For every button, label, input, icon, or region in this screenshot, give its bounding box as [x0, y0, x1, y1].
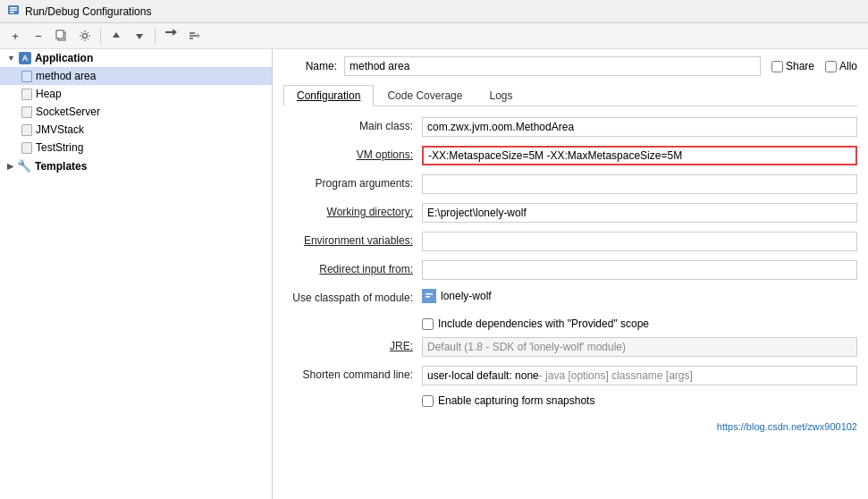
app-icon: A	[19, 52, 31, 64]
shorten-value: user-local default: none	[427, 369, 539, 382]
watermark-container: https://blog.csdn.net/zwx900102	[283, 414, 857, 432]
program-args-row: Program arguments:	[283, 174, 857, 196]
settings-button[interactable]	[75, 26, 95, 46]
wrench-icon: 🔧	[17, 159, 31, 173]
tree-group-templates[interactable]: ▶ 🔧 Templates	[0, 156, 272, 175]
program-args-input[interactable]	[422, 174, 857, 194]
file-gray-icon-jmv	[21, 124, 32, 136]
tree-item-method-area[interactable]: method area	[0, 67, 272, 85]
tabs: Configuration Code Coverage Logs	[283, 85, 857, 106]
allow-checkbox-label[interactable]: Allo	[825, 60, 857, 72]
separator-1	[100, 28, 101, 44]
working-dir-input[interactable]	[422, 203, 857, 223]
redirect-label: Redirect input from:	[274, 260, 413, 275]
add-button[interactable]: +	[5, 26, 25, 46]
toolbar: + −	[0, 23, 868, 49]
shorten-row: Shorten command line: user-local default…	[283, 366, 857, 387]
svg-marker-7	[113, 32, 120, 38]
tree-group-application[interactable]: ▼ A Application	[0, 49, 272, 67]
allow-label: Allo	[839, 60, 857, 72]
svg-rect-2	[10, 10, 17, 12]
tree-item-teststring-label: TestString	[36, 141, 83, 154]
tree-item-socketserver[interactable]: SocketServer	[0, 103, 272, 121]
tree-item-heap[interactable]: Heap	[0, 85, 272, 103]
tree-item-jmvstack-label: JMVStack	[36, 123, 84, 136]
main-class-row: Main class:	[283, 117, 857, 139]
program-args-label: Program arguments:	[283, 174, 422, 190]
shorten-label: Shorten command line:	[283, 366, 422, 381]
redirect-row: Redirect input from:	[283, 260, 857, 282]
share-checkbox[interactable]	[771, 61, 783, 72]
svg-point-6	[83, 34, 88, 38]
title-bar-text: Run/Debug Configurations	[25, 5, 151, 18]
shorten-suffix: - java [options] classname [args]	[539, 369, 693, 382]
main-class-input[interactable]	[422, 117, 857, 137]
tree-group-application-label: Application	[35, 52, 93, 64]
env-vars-input[interactable]	[422, 232, 857, 251]
tab-logs[interactable]: Logs	[476, 85, 526, 106]
include-deps-label: Include dependencies with "Provided" sco…	[438, 317, 649, 330]
module-icon	[422, 289, 436, 303]
down-button[interactable]	[130, 26, 149, 46]
svg-rect-14	[426, 296, 430, 298]
copy-button[interactable]	[52, 26, 72, 46]
enable-snapshots-label: Enable capturing form snapshots	[438, 394, 594, 407]
tree-group-templates-label: Templates	[35, 160, 87, 173]
vm-options-label: VM options:	[283, 146, 422, 161]
tree-item-method-area-label: method area	[36, 70, 96, 82]
file-gray-icon-heap	[21, 89, 32, 100]
chevron-down-icon: ▼	[7, 54, 15, 63]
tab-configuration[interactable]: Configuration	[283, 85, 374, 106]
tree-item-teststring[interactable]: TestString	[0, 139, 272, 156]
file-gray-icon-socket	[21, 106, 32, 118]
name-label: Name:	[283, 60, 337, 72]
right-panel: Name: Share Allo Configuration Code Cove…	[273, 49, 868, 499]
title-bar: Run/Debug Configurations	[0, 0, 868, 23]
redirect-input[interactable]	[422, 260, 857, 280]
tree-item-socketserver-label: SocketServer	[36, 106, 100, 118]
remove-button[interactable]: −	[29, 26, 48, 46]
jre-label: JRE:	[283, 337, 422, 352]
include-deps-checkbox[interactable]	[422, 318, 434, 330]
name-input[interactable]	[344, 56, 761, 76]
share-checkbox-label[interactable]: Share	[771, 60, 814, 72]
up-button[interactable]	[106, 26, 126, 46]
vm-options-input[interactable]	[422, 146, 857, 165]
share-label: Share	[786, 60, 814, 72]
main-layout: ▼ A Application method area Heap SocketS…	[0, 49, 868, 499]
module-row: lonely-wolf	[422, 289, 857, 303]
move-button[interactable]	[161, 26, 181, 46]
title-bar-icon	[7, 4, 20, 19]
main-class-label: Main class:	[283, 117, 422, 132]
sort-button[interactable]	[184, 26, 204, 46]
allow-checkbox[interactable]	[825, 61, 837, 72]
env-vars-row: Environment variables:	[283, 232, 857, 253]
tree-item-heap-label: Heap	[36, 88, 62, 100]
working-dir-row: Working directory:	[283, 203, 857, 224]
name-row: Name: Share Allo	[283, 56, 857, 76]
svg-rect-1	[10, 7, 17, 9]
chevron-right-icon: ▶	[7, 162, 13, 171]
file-gray-icon-test	[21, 142, 32, 154]
watermark-text: https://blog.csdn.net/zwx900102	[717, 421, 857, 432]
svg-marker-8	[136, 34, 143, 39]
include-deps-row: Include dependencies with "Provided" sco…	[283, 317, 857, 330]
svg-rect-13	[426, 293, 433, 295]
jre-input[interactable]	[422, 337, 857, 357]
jre-row: JRE:	[283, 337, 857, 359]
separator-2	[155, 28, 156, 44]
classpath-label: Use classpath of module:	[283, 289, 422, 304]
env-vars-label: Environment variables:	[283, 232, 422, 247]
enable-snapshots-row: Enable capturing form snapshots	[283, 394, 857, 407]
file-icon	[21, 71, 32, 82]
svg-rect-3	[10, 12, 14, 13]
classpath-row: Use classpath of module: lonely-wolf	[283, 289, 857, 310]
enable-snapshots-checkbox[interactable]	[422, 395, 434, 407]
vm-options-row: VM options:	[283, 146, 857, 167]
classpath-module-value: lonely-wolf	[441, 290, 492, 302]
left-panel: ▼ A Application method area Heap SocketS…	[0, 49, 273, 499]
tree-item-jmvstack[interactable]: JMVStack	[0, 121, 272, 139]
tab-code-coverage[interactable]: Code Coverage	[374, 85, 476, 106]
svg-rect-5	[56, 30, 63, 38]
working-dir-label: Working directory:	[283, 203, 422, 218]
